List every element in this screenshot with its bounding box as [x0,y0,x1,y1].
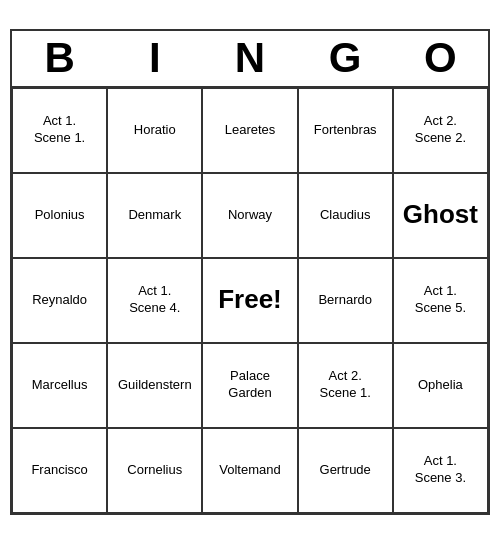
cell-r2-c3: Bernardo [298,258,393,343]
cell-r1-c3: Claudius [298,173,393,258]
cell-r4-c4: Act 1.Scene 3. [393,428,488,513]
cell-r1-c1: Denmark [107,173,202,258]
cell-r0-c0: Act 1.Scene 1. [12,88,107,173]
cell-r3-c1: Guildenstern [107,343,202,428]
cell-r3-c4: Ophelia [393,343,488,428]
bingo-header: BINGO [12,31,488,85]
cell-r1-c2: Norway [202,173,297,258]
cell-r4-c2: Voltemand [202,428,297,513]
cell-r2-c4: Act 1.Scene 5. [393,258,488,343]
header-letter: O [393,31,488,85]
cell-r0-c3: Fortenbras [298,88,393,173]
cell-r4-c1: Cornelius [107,428,202,513]
cell-r3-c3: Act 2.Scene 1. [298,343,393,428]
cell-r4-c0: Francisco [12,428,107,513]
header-letter: N [202,31,297,85]
cell-r1-c4: Ghost [393,173,488,258]
cell-r0-c1: Horatio [107,88,202,173]
cell-r1-c0: Polonius [12,173,107,258]
header-letter: B [12,31,107,85]
header-letter: I [107,31,202,85]
header-letter: G [298,31,393,85]
cell-r2-c2: Free! [202,258,297,343]
cell-r3-c0: Marcellus [12,343,107,428]
cell-r2-c1: Act 1.Scene 4. [107,258,202,343]
cell-r0-c2: Learetes [202,88,297,173]
bingo-card: BINGO Act 1.Scene 1.HoratioLearetesForte… [10,29,490,514]
bingo-grid: Act 1.Scene 1.HoratioLearetesFortenbrasA… [12,86,488,513]
cell-r4-c3: Gertrude [298,428,393,513]
cell-r3-c2: PalaceGarden [202,343,297,428]
cell-r0-c4: Act 2.Scene 2. [393,88,488,173]
cell-r2-c0: Reynaldo [12,258,107,343]
